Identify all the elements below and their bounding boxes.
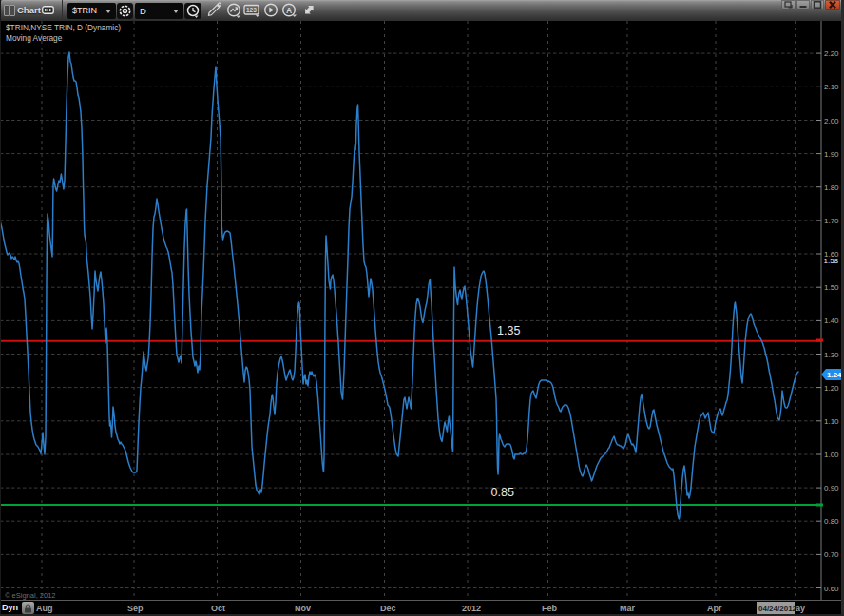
svg-text:2.10: 2.10 (824, 83, 839, 91)
svg-text:Aug: Aug (36, 604, 53, 613)
svg-text:04/24/2012: 04/24/2012 (758, 605, 797, 613)
svg-text:0.85: 0.85 (491, 486, 514, 499)
svg-text:Apr: Apr (707, 604, 722, 613)
svg-text:Dec: Dec (380, 604, 396, 613)
svg-text:1.80: 1.80 (824, 183, 839, 192)
svg-text:Moving Average: Moving Average (6, 33, 63, 43)
svg-text:2.00: 2.00 (824, 117, 839, 125)
svg-text:0.80: 0.80 (824, 517, 839, 526)
svg-text:1.40: 1.40 (824, 317, 839, 325)
svg-text:2012: 2012 (462, 604, 481, 613)
svg-text:A: A (286, 6, 292, 15)
svg-text:© eSignal, 2012: © eSignal, 2012 (5, 591, 55, 600)
svg-text:123: 123 (246, 7, 257, 13)
svg-text:1.58: 1.58 (824, 257, 839, 265)
svg-text:0.60: 0.60 (824, 585, 839, 593)
svg-text:0.90: 0.90 (824, 484, 839, 492)
svg-text:1.20: 1.20 (824, 384, 839, 393)
svg-text:1.50: 1.50 (824, 283, 839, 292)
svg-text:$TRIN,NYSE TRIN, D (Dynamic): $TRIN,NYSE TRIN, D (Dynamic) (6, 23, 121, 32)
svg-text:1.00: 1.00 (824, 451, 839, 459)
svg-text:1.70: 1.70 (824, 217, 839, 225)
svg-text:1.24: 1.24 (827, 371, 842, 379)
svg-text:1.30: 1.30 (824, 351, 839, 359)
svg-text:2.20: 2.20 (824, 49, 839, 58)
svg-text:1.35: 1.35 (497, 324, 520, 337)
svg-text:Nov: Nov (295, 604, 311, 613)
svg-text:Sep: Sep (127, 604, 144, 613)
svg-text:1.10: 1.10 (824, 417, 839, 426)
svg-text:0.70: 0.70 (824, 550, 839, 559)
svg-text:Oct: Oct (211, 604, 225, 613)
svg-text:1.90: 1.90 (824, 150, 839, 159)
svg-text:ay: ay (796, 604, 805, 613)
svg-text:Mar: Mar (620, 604, 636, 613)
svg-text:Feb: Feb (542, 604, 558, 613)
